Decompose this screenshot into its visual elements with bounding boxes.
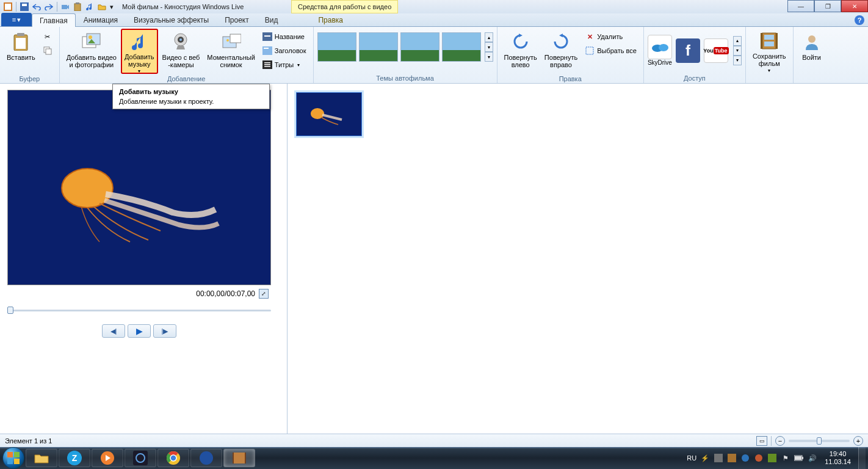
help-icon[interactable]: ?: [855, 15, 864, 25]
facebook-button[interactable]: f: [676, 38, 700, 63]
maximize-button[interactable]: ❐: [814, 0, 841, 12]
tray-icon-3[interactable]: [740, 453, 750, 463]
thumbnail-size-button[interactable]: ▭: [756, 436, 767, 446]
file-tab[interactable]: ≡▾: [1, 13, 32, 26]
tray-nvidia-icon[interactable]: [767, 453, 777, 463]
fullscreen-button[interactable]: ⤢: [259, 289, 269, 299]
theme-thumb-3[interactable]: [400, 32, 439, 62]
tray-battery-icon[interactable]: [794, 453, 804, 463]
skydrive-button[interactable]: [648, 35, 672, 59]
seek-bar[interactable]: [7, 306, 271, 314]
tab-edit-context[interactable]: Правка: [310, 13, 351, 26]
add-title-button[interactable]: Название: [259, 30, 309, 43]
share-scroll-up[interactable]: ▴: [733, 36, 742, 46]
tray-clock[interactable]: 19:40 11.03.14: [821, 450, 855, 466]
next-frame-button[interactable]: |▶: [153, 324, 176, 338]
task-chrome[interactable]: [157, 449, 189, 467]
webcam-video-button[interactable]: Видео с веб -камеры: [159, 29, 203, 74]
svg-rect-28: [264, 66, 270, 67]
tray-power-icon[interactable]: ⚡: [700, 453, 710, 463]
scissors-icon: ✂: [43, 32, 52, 42]
add-videos-photos-button[interactable]: Добавить видео и фотографии: [63, 29, 120, 74]
time-display-row: 00:00,00/00:07,00 ⤢: [7, 285, 271, 299]
theme-thumb-4[interactable]: [442, 32, 481, 62]
show-desktop-button[interactable]: [858, 447, 866, 469]
themes-expand[interactable]: ▾: [485, 52, 493, 62]
quick-access-toolbar: ▾: [0, 1, 117, 12]
youtube-button[interactable]: YouTube: [704, 38, 728, 63]
delete-button[interactable]: ✕Удалить: [582, 30, 640, 43]
system-tray: RU ⚡ ⚑ 🔊 19:40 11.03.14: [687, 447, 868, 469]
language-indicator[interactable]: RU: [687, 454, 696, 462]
qat-app-icon[interactable]: [2, 1, 13, 12]
select-all-button[interactable]: Выбрать все: [582, 44, 640, 57]
qat-save-icon[interactable]: [19, 1, 30, 12]
preview-monitor[interactable]: [7, 90, 271, 285]
rotate-left-button[interactable]: Повернуть влево: [501, 29, 540, 74]
share-scroll-down[interactable]: ▾: [733, 46, 742, 56]
contextual-tab-header: Средства для работы с видео: [291, 0, 398, 13]
play-button[interactable]: ▶: [128, 324, 151, 338]
add-heading-button[interactable]: Заголовок: [259, 44, 309, 57]
start-button[interactable]: [2, 447, 24, 469]
tray-flag-icon[interactable]: ⚑: [781, 453, 790, 463]
svg-rect-46: [133, 451, 148, 465]
task-app-z[interactable]: Z: [59, 449, 90, 467]
qat-folder-icon[interactable]: [96, 1, 107, 12]
group-buffer: Вставить ✂ Буфер: [0, 27, 60, 83]
task-media-player[interactable]: [92, 449, 123, 467]
rotate-right-button[interactable]: Повернуть вправо: [541, 29, 580, 74]
window-controls: — ❐ ✕: [787, 0, 868, 12]
svg-point-20: [226, 39, 229, 42]
snapshot-button[interactable]: Моментальный снимок: [204, 29, 258, 74]
svg-rect-58: [728, 454, 736, 462]
close-button[interactable]: ✕: [841, 0, 868, 12]
task-movie-maker[interactable]: [223, 449, 255, 467]
qat-paste-icon[interactable]: [72, 1, 83, 12]
zoom-out-button[interactable]: −: [775, 436, 785, 446]
prev-frame-button[interactable]: ◀|: [102, 324, 125, 338]
tab-home[interactable]: Главная: [32, 13, 76, 27]
preview-pane: Добавить музыку Добавление музыки к прое…: [0, 84, 287, 434]
timeline-pane[interactable]: [287, 84, 868, 434]
add-music-button[interactable]: Добавить музыку▾: [121, 29, 158, 74]
qat-music-icon[interactable]: [84, 1, 95, 12]
zoom-slider[interactable]: [789, 440, 850, 442]
zoom-thumb[interactable]: [817, 437, 822, 445]
paste-button[interactable]: Вставить: [4, 29, 38, 74]
tab-animation[interactable]: Анимация: [76, 13, 126, 26]
tray-volume-icon[interactable]: 🔊: [808, 453, 817, 463]
seek-thumb[interactable]: [7, 307, 13, 314]
tab-project[interactable]: Проект: [217, 13, 257, 26]
task-app-dark[interactable]: [125, 449, 156, 467]
share-expand[interactable]: ▾: [733, 56, 742, 65]
task-firefox[interactable]: [190, 449, 222, 467]
cut-button[interactable]: ✂: [40, 30, 56, 43]
svg-rect-24: [264, 48, 269, 49]
copy-button[interactable]: [40, 44, 56, 57]
zoom-in-button[interactable]: +: [853, 436, 863, 446]
task-explorer[interactable]: [26, 449, 57, 467]
theme-thumb-1[interactable]: [317, 32, 356, 62]
tooltip-body: Добавление музыки к проекту.: [119, 98, 263, 105]
tray-icon-4[interactable]: [754, 453, 764, 463]
save-movie-button[interactable]: Сохранить фильм▾: [750, 29, 789, 74]
theme-thumb-2[interactable]: [359, 32, 398, 62]
qat-camera-icon[interactable]: [60, 1, 71, 12]
tray-icon-1[interactable]: [714, 453, 723, 463]
tab-visual-effects[interactable]: Визуальные эффекты: [126, 13, 217, 26]
signin-button[interactable]: Войти: [797, 29, 826, 74]
add-credits-button[interactable]: Титры▾: [259, 58, 309, 71]
minimize-button[interactable]: —: [787, 0, 814, 12]
ribbon: Вставить ✂ Буфер Добавить видео и фотогр…: [0, 27, 868, 84]
qat-customize-dropdown[interactable]: ▾: [109, 1, 115, 12]
tray-icon-2[interactable]: [727, 453, 737, 463]
svg-rect-43: [7, 459, 13, 464]
themes-scroll-up[interactable]: ▴: [485, 32, 493, 42]
qat-undo-icon[interactable]: [31, 1, 42, 12]
tab-view[interactable]: Вид: [257, 13, 286, 26]
themes-scroll-down[interactable]: ▾: [485, 42, 493, 52]
qat-redo-icon[interactable]: [43, 1, 54, 12]
clip-thumbnail[interactable]: [296, 92, 362, 136]
status-text: Элемент 1 из 1: [5, 437, 52, 445]
